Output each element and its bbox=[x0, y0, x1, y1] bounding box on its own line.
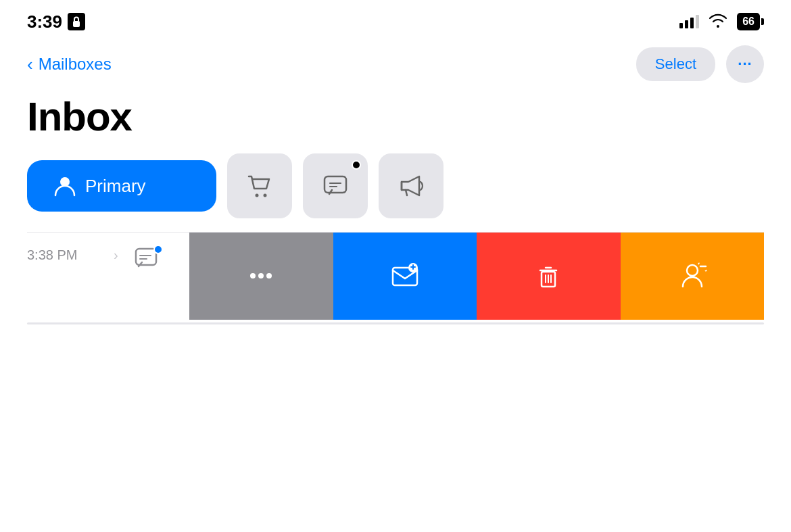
svg-point-2 bbox=[256, 194, 259, 197]
battery-icon: 66 bbox=[737, 13, 764, 30]
svg-point-10 bbox=[250, 273, 256, 279]
swipe-block-button[interactable] bbox=[621, 232, 765, 320]
tab-messages[interactable] bbox=[303, 153, 368, 218]
page-title: Inbox bbox=[27, 93, 764, 140]
email-item[interactable]: 3:38 PM › bbox=[27, 232, 764, 320]
chevron-right-icon: › bbox=[114, 247, 118, 263]
tab-promotions[interactable] bbox=[379, 153, 444, 218]
time-display: 3:39 bbox=[27, 11, 62, 32]
trash-icon bbox=[533, 261, 563, 291]
nav-bar: ‹ Mailboxes Select ··· bbox=[0, 41, 791, 88]
more-button[interactable]: ··· bbox=[726, 45, 764, 83]
bottom-divider bbox=[27, 322, 764, 324]
envelope-unread-icon bbox=[390, 261, 420, 291]
select-button[interactable]: Select bbox=[636, 47, 715, 81]
svg-rect-7 bbox=[136, 249, 156, 265]
nav-actions: Select ··· bbox=[636, 45, 764, 83]
svg-rect-4 bbox=[325, 176, 346, 193]
swipe-actions bbox=[189, 232, 764, 320]
chat-icon bbox=[320, 171, 350, 201]
chat-notification-badge bbox=[153, 245, 163, 254]
more-dots-icon bbox=[246, 261, 276, 291]
block-sender-icon bbox=[677, 261, 707, 291]
back-label: Mailboxes bbox=[39, 55, 112, 74]
email-time: 3:38 PM bbox=[27, 245, 108, 263]
messages-badge bbox=[352, 160, 361, 170]
svg-point-3 bbox=[264, 194, 267, 197]
email-chat-icon bbox=[133, 245, 163, 274]
signal-icon bbox=[679, 15, 699, 28]
swipe-mark-unread-button[interactable] bbox=[333, 232, 477, 320]
megaphone-icon bbox=[396, 171, 426, 201]
email-list: 3:38 PM › bbox=[0, 232, 791, 324]
status-time: 3:39 bbox=[27, 11, 85, 32]
status-right: 66 bbox=[679, 13, 764, 30]
svg-point-11 bbox=[258, 273, 264, 279]
tab-primary-label: Primary bbox=[85, 176, 146, 197]
swipe-trash-button[interactable] bbox=[477, 232, 621, 320]
svg-point-12 bbox=[266, 273, 272, 279]
svg-point-20 bbox=[687, 265, 698, 276]
status-bar: 3:39 66 bbox=[0, 0, 791, 41]
category-tabs: Primary bbox=[0, 153, 791, 232]
back-button[interactable]: ‹ Mailboxes bbox=[27, 54, 112, 75]
svg-rect-0 bbox=[73, 21, 80, 27]
chevron-left-icon: ‹ bbox=[27, 54, 33, 75]
lock-icon bbox=[68, 13, 85, 30]
tab-shopping[interactable] bbox=[227, 153, 292, 218]
tab-primary[interactable]: Primary bbox=[27, 160, 216, 212]
cart-icon bbox=[245, 171, 274, 201]
person-icon bbox=[54, 174, 76, 198]
wifi-icon bbox=[709, 13, 727, 30]
inbox-title: Inbox bbox=[0, 88, 791, 153]
